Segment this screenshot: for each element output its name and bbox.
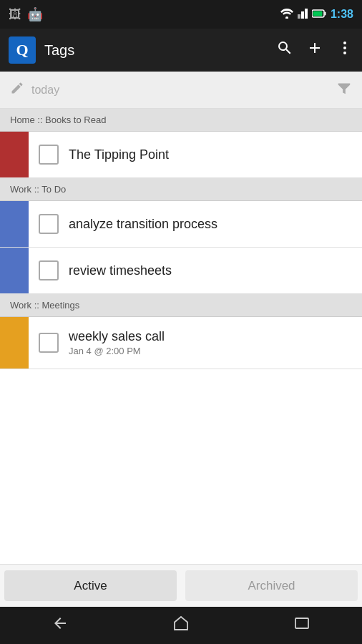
bottom-tab-bar: Active Archived [0,564,362,607]
task-title-analyze: analyze transition process [69,217,362,232]
color-bar-red [0,132,29,177]
search-icon[interactable] [276,39,293,61]
task-item-review[interactable]: review timesheets [0,248,362,294]
screen: 🖼 🤖 [0,0,362,644]
app-logo: Q [9,36,36,64]
task-text-sales-call: weekly sales call Jan 4 @ 2:00 PM [69,322,362,364]
checkbox-sales-call[interactable] [39,333,59,353]
section-header-work-todo: Work :: To Do [0,178,362,201]
home-icon[interactable] [172,615,190,636]
signal-icon [298,9,308,21]
task-item-analyze[interactable]: analyze transition process [0,201,362,248]
svg-marker-1 [298,14,300,19]
app-bar: Q Tags [0,29,362,72]
back-icon[interactable] [52,615,69,636]
svg-rect-5 [324,11,326,15]
wifi-icon [280,9,293,21]
task-title-review: review timesheets [69,263,362,278]
status-bar-right: 1:38 [280,8,353,21]
color-bar-blue-review [0,248,29,293]
tab-archived[interactable]: Archived [185,570,358,601]
battery-icon [312,9,326,20]
svg-marker-2 [301,11,304,19]
section-header-home-books: Home :: Books to Read [0,109,362,132]
filter-icon[interactable] [336,80,352,99]
nav-bar [0,607,362,644]
edit-icon [10,81,24,99]
task-title-sales-call: weekly sales call [69,329,362,344]
color-bar-blue-analyze [0,201,29,247]
task-item-tipping-point[interactable]: The Tipping Point [0,132,362,178]
checkbox-tipping-point[interactable] [39,145,59,165]
task-text-tipping-point: The Tipping Point [69,140,362,170]
photo-icon: 🖼 [9,7,21,22]
tab-active[interactable]: Active [4,570,177,601]
svg-point-0 [285,16,288,19]
svg-point-7 [343,42,346,44]
search-bar[interactable]: today [0,72,362,109]
section-header-work-meetings: Work :: Meetings [0,294,362,317]
checkbox-analyze[interactable] [39,214,59,234]
svg-point-8 [343,47,346,49]
task-text-review: review timesheets [69,256,362,286]
task-item-sales-call[interactable]: weekly sales call Jan 4 @ 2:00 PM [0,317,362,369]
time-display: 1:38 [331,8,353,21]
status-bar: 🖼 🤖 [0,0,362,29]
svg-rect-6 [313,11,322,16]
svg-point-9 [343,52,346,54]
task-text-analyze: analyze transition process [69,210,362,239]
add-icon[interactable] [306,39,323,61]
svg-rect-10 [295,618,308,628]
search-placeholder: today [31,84,336,97]
status-bar-left: 🖼 🤖 [9,6,43,22]
app-title: Tags [44,42,268,59]
color-bar-orange [0,317,29,369]
svg-marker-3 [305,9,308,19]
task-subtitle-sales-call: Jan 4 @ 2:00 PM [69,346,362,356]
checkbox-review[interactable] [39,260,59,280]
recents-icon[interactable] [293,615,310,636]
more-icon[interactable] [336,39,353,61]
android-icon: 🤖 [27,6,43,22]
app-bar-actions [276,39,353,61]
task-title-tipping-point: The Tipping Point [69,147,362,162]
